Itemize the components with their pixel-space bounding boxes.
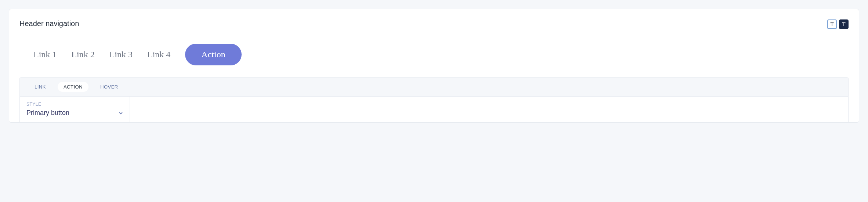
style-label: STYLE <box>26 102 123 107</box>
config-body: STYLE Primary button <box>20 97 848 122</box>
panel-title: Header navigation <box>19 19 79 28</box>
theme-dark-toggle[interactable]: T <box>839 19 849 29</box>
style-value: Primary button <box>26 109 69 117</box>
config-tabs: LINK ACTION HOVER <box>20 77 848 97</box>
tab-link[interactable]: LINK <box>29 82 52 92</box>
tab-action[interactable]: ACTION <box>58 82 88 92</box>
nav-preview: Link 1 Link 2 Link 3 Link 4 Action <box>19 38 849 77</box>
chevron-down-icon <box>119 111 123 115</box>
header-navigation-panel: Header navigation T T Link 1 Link 2 Link… <box>9 9 859 123</box>
nav-link-3[interactable]: Link 3 <box>109 50 133 59</box>
style-value-row: Primary button <box>26 109 123 117</box>
text-icon: T <box>842 21 845 28</box>
theme-toggles: T T <box>827 19 849 29</box>
nav-link-4[interactable]: Link 4 <box>147 50 170 59</box>
config-section: LINK ACTION HOVER STYLE Primary button <box>19 77 849 122</box>
theme-light-toggle[interactable]: T <box>827 19 837 29</box>
text-icon: T <box>830 21 833 28</box>
nav-link-1[interactable]: Link 1 <box>33 50 57 59</box>
panel-header: Header navigation T T <box>19 19 849 29</box>
tab-hover[interactable]: HOVER <box>94 82 124 92</box>
nav-link-2[interactable]: Link 2 <box>71 50 94 59</box>
nav-action-button[interactable]: Action <box>185 44 241 65</box>
style-dropdown[interactable]: STYLE Primary button <box>20 97 130 122</box>
